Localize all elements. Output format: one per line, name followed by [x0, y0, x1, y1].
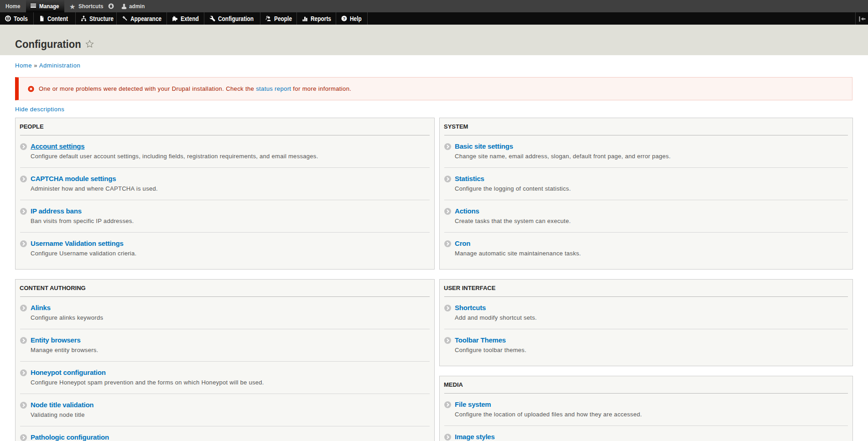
svg-text:?: ?: [343, 16, 346, 21]
